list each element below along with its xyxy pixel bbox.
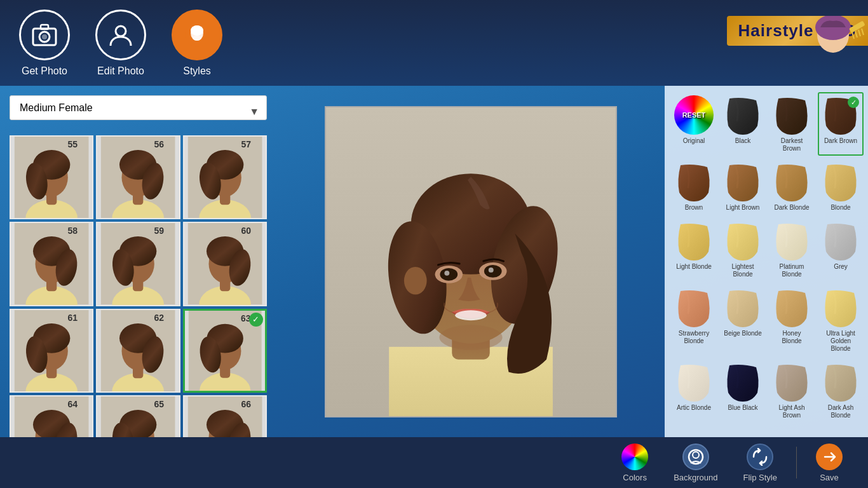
color-label-blonde: Blonde [831,204,850,212]
svg-text:59: 59 [154,226,165,236]
save-icon [816,444,843,470]
style-item-56[interactable]: 56 [96,135,180,219]
color-reset-swatch: RESET [674,95,714,135]
color-item-lightest-blonde[interactable]: Lightest Blonde [720,218,766,281]
svg-point-108 [403,266,426,294]
color-item-darkest-brown[interactable]: Darkest Brown [769,92,815,156]
style-panel: Medium Female 555657585960616263✓646566 [0,86,276,437]
color-label-dark-brown: Dark Brown [824,137,857,145]
color-label-brown: Brown [685,204,703,212]
photo-display-area [276,86,665,437]
color-swatch-wrap-black [723,95,763,137]
color-swatch-wrap-darkest-brown [772,95,811,137]
color-item-blue-black[interactable]: Blue Black [720,359,766,423]
color-label-platinum-blonde: Platinum Blonde [772,263,811,278]
colors-button[interactable]: Colors [609,438,661,487]
color-item-honey-blonde[interactable]: Honey Blonde [769,285,815,356]
svg-text:58: 58 [67,226,78,236]
color-swatch-wrap-artic-blonde [674,362,714,404]
color-swatch-wrap-dark-brown: ✓ [821,95,860,137]
color-label-original: Original [683,137,705,145]
color-selected-check: ✓ [848,97,859,108]
background-label: Background [674,473,717,482]
svg-point-116 [439,325,502,350]
color-item-original[interactable]: RESETOriginal [671,92,717,156]
color-item-artic-blonde[interactable]: Artic Blonde [671,359,717,423]
color-item-black[interactable]: Black [720,92,766,156]
background-button[interactable]: Background [661,438,730,487]
color-label-grey: Grey [834,263,848,271]
svg-line-15 [862,29,864,35]
camera-icon [19,10,70,60]
color-item-brown[interactable]: Brown [671,159,717,215]
color-swatch-wrap-beige-blonde [723,288,763,330]
style-item-60[interactable]: 60 [183,222,267,306]
color-label-light-ash-brown: Light Ash Brown [772,404,811,419]
color-swatch-wrap-brown [674,162,714,204]
style-selected-check: ✓ [249,313,263,327]
style-item-55[interactable]: 55 [10,135,93,219]
color-label-blue-black: Blue Black [728,404,757,412]
color-label-darkest-brown: Darkest Brown [772,137,811,152]
color-item-platinum-blonde[interactable]: Platinum Blonde [769,218,815,281]
svg-line-13 [855,31,857,37]
color-item-beige-blonde[interactable]: Beige Blonde [720,285,766,356]
svg-point-4 [116,26,126,36]
color-item-light-blonde[interactable]: Light Blonde [671,218,717,281]
svg-line-12 [852,32,854,39]
style-item-61[interactable]: 61 [10,309,93,393]
color-item-dark-blonde[interactable]: Dark Blonde [769,159,815,215]
color-swatch-wrap-strawberry-blonde [674,288,714,330]
svg-point-8 [193,36,201,41]
style-item-62[interactable]: 62 [96,309,180,393]
color-item-light-ash-brown[interactable]: Light Ash Brown [769,359,815,423]
style-category-dropdown[interactable]: Medium Female [10,95,267,120]
nav-styles-label: Styles [183,65,211,77]
color-item-strawberry-blonde[interactable]: Strawberry Blonde [671,285,717,356]
toolbar-divider [796,447,797,478]
nav-edit-photo-label: Edit Photo [97,65,144,77]
flip-style-button[interactable]: Flip Style [731,438,790,487]
color-item-grey[interactable]: Grey [818,218,864,281]
style-item-59[interactable]: 59 [96,222,180,306]
nav-edit-photo[interactable]: Edit Photo [95,10,146,77]
color-label-light-brown: Light Brown [726,204,760,212]
app-logo-area: Hairstyle PRO [690,0,868,86]
hairstyle-icon [172,10,222,60]
color-label-lightest-blonde: Lightest Blonde [723,263,763,278]
color-swatch-wrap-light-brown [723,162,763,204]
background-icon [682,444,709,470]
color-panel: RESETOriginalBlackDarkest Brown✓Dark Bro… [665,86,868,437]
color-label-black: Black [735,137,750,145]
svg-rect-2 [41,25,48,29]
style-item-57[interactable]: 57 [183,135,267,219]
style-item-58[interactable]: 58 [10,222,93,306]
bottom-toolbar: Colors Background Flip Style [0,437,868,488]
color-swatch-wrap-grey [821,221,860,263]
nav-get-photo[interactable]: Get Photo [19,10,70,77]
color-swatch-wrap-light-ash-brown [772,362,811,404]
svg-text:61: 61 [67,313,78,323]
nav-styles[interactable]: Styles [172,10,222,77]
save-button[interactable]: Save [803,438,855,487]
color-swatch-wrap-blonde [821,162,860,204]
color-item-blonde[interactable]: Blonde [818,159,864,215]
main-content: Medium Female 555657585960616263✓646566 [0,86,868,437]
svg-point-114 [488,267,493,272]
style-item-64[interactable]: 64 [10,395,93,437]
svg-point-3 [42,34,47,39]
svg-point-113 [444,270,449,275]
color-item-dark-brown[interactable]: ✓Dark Brown [818,92,864,156]
color-label-honey-blonde: Honey Blonde [772,330,811,345]
style-item-63[interactable]: 63✓ [183,309,267,393]
main-photo-frame [325,106,617,417]
color-label-ultra-light-golden-blonde: Ultra Light Golden Blonde [821,330,860,353]
color-swatch-wrap-dark-blonde [772,162,811,204]
color-item-ultra-light-golden-blonde[interactable]: Ultra Light Golden Blonde [818,285,864,356]
style-item-65[interactable]: 65 [96,395,180,437]
color-item-dark-ash-blonde[interactable]: Dark Ash Blonde [818,359,864,423]
color-item-light-brown[interactable]: Light Brown [720,159,766,215]
style-item-66[interactable]: 66 [183,395,267,437]
color-swatch-wrap-blue-black [723,362,763,404]
color-label-beige-blonde: Beige Blonde [724,330,762,337]
